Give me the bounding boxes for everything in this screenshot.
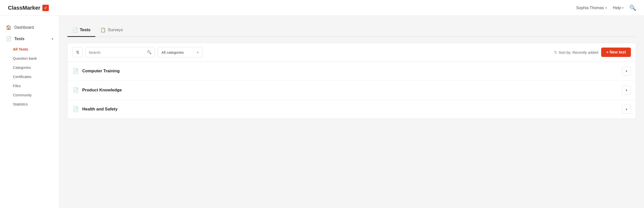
search-input[interactable] [89, 50, 145, 54]
sidebar-label-categories: Categories [13, 65, 31, 70]
sidebar-item-statistics[interactable]: Statistics [0, 100, 59, 109]
sidebar-item-categories[interactable]: Categories [0, 63, 59, 72]
sidebar-item-dashboard[interactable]: 🏠 Dashboard [0, 22, 59, 33]
sidebar-label-statistics: Statistics [13, 102, 28, 106]
sidebar: 🏠 Dashboard 📄 Tests ▾ All Tests Question… [0, 16, 60, 208]
sidebar-label-files: Files [13, 84, 21, 88]
user-name: Sophia Thomas [576, 6, 604, 10]
sidebar-item-files[interactable]: Files [0, 81, 59, 90]
new-test-button[interactable]: + New test [601, 48, 631, 57]
user-menu[interactable]: Sophia Thomas ▾ [576, 6, 607, 10]
tab-surveys[interactable]: 📋 Surveys [95, 24, 128, 37]
tests-tab-icon: 📄 [72, 27, 78, 33]
sidebar-label-certificates: Certificates [13, 74, 32, 79]
logo-text: ClassMarker [8, 5, 40, 11]
table-row[interactable]: 📄 Product Knowledge ▾ [68, 81, 636, 100]
sort-label[interactable]: ⇅ Sort by: Recently added [554, 50, 598, 54]
test-doc-icon: 📄 [72, 87, 79, 93]
layout: 🏠 Dashboard 📄 Tests ▾ All Tests Question… [0, 16, 644, 208]
user-menu-chevron: ▾ [605, 6, 607, 10]
table-row[interactable]: 📄 Health and Safety ▾ [68, 100, 636, 118]
sidebar-item-all-tests[interactable]: All Tests [0, 44, 59, 54]
sidebar-item-community[interactable]: Community [0, 90, 59, 100]
table-row[interactable]: 📄 Computer Training ▾ [68, 62, 636, 81]
sidebar-item-question-bank[interactable]: Question bank [0, 54, 59, 63]
help-menu[interactable]: Help ▾ [613, 6, 624, 10]
test-expand-button[interactable]: ▾ [622, 66, 631, 76]
tab-tests[interactable]: 📄 Tests [67, 24, 95, 37]
test-doc-icon: 📄 [72, 68, 79, 74]
sidebar-label-tests: Tests [14, 37, 24, 41]
test-doc-icon: 📄 [72, 106, 79, 112]
toolbar: ⇅ 🔍 All categories ▾ ⇅ Sort by: Recently… [67, 43, 636, 62]
category-dropdown[interactable]: All categories ▾ [158, 47, 202, 58]
search-box: 🔍 [86, 47, 155, 58]
category-selected-label: All categories [162, 50, 184, 54]
top-nav-right: Sophia Thomas ▾ Help ▾ 🔍 [576, 5, 636, 11]
sidebar-label-community: Community [13, 93, 32, 97]
sidebar-item-certificates[interactable]: Certificates [0, 72, 59, 81]
sidebar-label-dashboard: Dashboard [14, 25, 34, 30]
test-expand-button[interactable]: ▾ [622, 86, 631, 94]
logo-checkmark: ✓ [42, 5, 49, 11]
test-name: Product Knowledge [82, 88, 618, 92]
sort-by-label: Sort by: Recently added [558, 50, 598, 54]
test-name: Computer Training [82, 68, 618, 74]
new-test-label: + New test [606, 50, 626, 54]
sidebar-label-all-tests: All Tests [13, 47, 28, 51]
test-list: 📄 Computer Training ▾ 📄 Product Knowledg… [67, 62, 636, 119]
search-icon: 🔍 [147, 50, 152, 54]
sidebar-item-tests[interactable]: 📄 Tests ▾ [0, 33, 59, 44]
sidebar-label-question-bank: Question bank [13, 56, 37, 60]
tests-icon: 📄 [6, 36, 12, 42]
surveys-tab-label: Surveys [108, 28, 123, 32]
home-icon: 🏠 [6, 25, 12, 30]
main-content: 📄 Tests 📋 Surveys ⇅ 🔍 All categories ▾ ⇅… [60, 16, 644, 208]
help-chevron: ▾ [622, 6, 624, 10]
sort-arrows-icon: ⇅ [554, 50, 557, 54]
sort-order-button[interactable]: ⇅ [72, 47, 82, 57]
tests-expand-icon: ▾ [52, 37, 53, 41]
help-label: Help [613, 6, 621, 10]
surveys-tab-icon: 📋 [100, 27, 106, 33]
test-expand-button[interactable]: ▾ [622, 105, 631, 114]
global-search-icon[interactable]: 🔍 [630, 5, 636, 11]
logo: ClassMarker ✓ [8, 5, 49, 11]
top-nav: ClassMarker ✓ Sophia Thomas ▾ Help ▾ 🔍 [0, 0, 644, 16]
tests-tab-label: Tests [80, 28, 90, 32]
category-chevron-icon: ▾ [197, 50, 199, 54]
tabs-bar: 📄 Tests 📋 Surveys [67, 24, 636, 37]
test-name: Health and Safety [82, 107, 618, 112]
